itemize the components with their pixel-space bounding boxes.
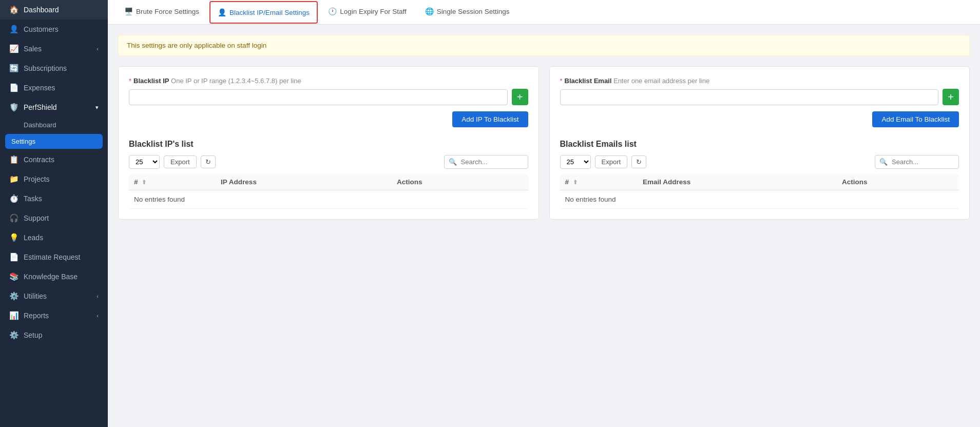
sidebar-item-knowledge-base[interactable]: 📚 Knowledge Base	[0, 267, 108, 286]
sidebar-item-utilities[interactable]: ⚙️ Utilities ‹	[0, 286, 108, 306]
sidebar-item-label: Customers	[24, 25, 59, 33]
blacklist-email-list-section: Blacklist Emails list 25 50 100 Export ↻…	[560, 140, 959, 209]
blacklist-email-hint: Enter one email address per line	[613, 77, 709, 85]
sidebar-item-label: Tasks	[24, 195, 42, 203]
search-icon-email: 🔍	[875, 156, 892, 168]
sidebar-item-estimate-request[interactable]: 📄 Estimate Request	[0, 247, 108, 267]
sidebar-item-label: Dashboard	[24, 6, 59, 14]
table-row-no-entries-ip: No entries found	[129, 190, 528, 209]
knowledge-base-icon: 📚	[9, 272, 18, 281]
blacklist-email-table: # ⬆ Email Address Actions	[560, 174, 959, 209]
sort-icon-num-email: ⬆	[573, 179, 578, 185]
blacklist-email-field-label: *Blacklist Email Enter one email address…	[560, 77, 959, 85]
blacklist-tab-icon: 👤	[218, 8, 226, 16]
blacklist-ip-input[interactable]	[129, 89, 508, 105]
add-email-to-blacklist-button[interactable]: Add Email To Blacklist	[872, 111, 959, 127]
sidebar-item-support[interactable]: 🎧 Support	[0, 208, 108, 228]
main-content: 🖥️ Brute Force Settings 👤 Blacklist IP/E…	[108, 0, 980, 427]
blacklist-email-page-size[interactable]: 25 50 100	[560, 155, 591, 169]
sidebar-item-setup[interactable]: ⚙️ Setup	[0, 325, 108, 345]
col-num-ip[interactable]: # ⬆	[129, 174, 216, 190]
customers-icon: 👤	[9, 25, 18, 34]
sidebar-item-label: Reports	[24, 312, 49, 320]
utilities-icon: ⚙️	[9, 292, 18, 301]
tab-label: Brute Force Settings	[136, 8, 199, 15]
blacklist-ip-refresh-button[interactable]: ↻	[201, 156, 216, 168]
chevron-left-icon-utilities: ‹	[97, 293, 99, 299]
required-asterisk-email: *	[560, 77, 563, 85]
col-actions-ip: Actions	[392, 174, 528, 190]
blacklist-ip-export-button[interactable]: Export	[164, 156, 197, 168]
tab-brute-force[interactable]: 🖥️ Brute Force Settings	[116, 0, 207, 24]
sidebar-item-projects[interactable]: 📁 Projects	[0, 169, 108, 189]
blacklist-ip-panel: *Blacklist IP One IP or IP range (1.2.3.…	[118, 66, 539, 220]
brute-force-tab-icon: 🖥️	[124, 7, 133, 15]
estimate-icon: 📄	[9, 253, 18, 262]
add-ip-plus-button[interactable]: +	[512, 89, 528, 105]
sidebar-item-sales[interactable]: 📈 Sales ‹	[0, 39, 108, 59]
subitem-label: Dashboard	[24, 121, 56, 129]
content-area: This settings are only applicable on sta…	[108, 25, 980, 230]
blacklist-email-search-input[interactable]	[892, 156, 958, 168]
blacklist-ip-table: # ⬆ IP Address Actions	[129, 174, 528, 209]
sidebar-item-tasks[interactable]: ⏱️ Tasks	[0, 189, 108, 208]
sidebar-item-label: Knowledge Base	[24, 273, 78, 281]
tab-single-session[interactable]: 🌐 Single Session Settings	[417, 0, 518, 24]
no-entries-text-email: No entries found	[565, 196, 616, 203]
sidebar-item-label: PerfShield	[24, 103, 57, 111]
support-icon: 🎧	[9, 214, 18, 223]
blacklist-ip-input-row: +	[129, 89, 528, 105]
tab-label: Single Session Settings	[437, 8, 510, 15]
blacklist-email-refresh-button[interactable]: ↻	[631, 156, 646, 168]
sidebar-item-label: Contracts	[24, 156, 54, 164]
add-ip-to-blacklist-button[interactable]: Add IP To Blacklist	[452, 111, 528, 127]
blacklist-ip-hint: One IP or IP range (1.2.3.4~5.6.7.8) per…	[171, 77, 301, 85]
sidebar-item-leads[interactable]: 💡 Leads	[0, 228, 108, 247]
blacklist-email-input[interactable]	[560, 89, 939, 105]
subscriptions-icon: 🔄	[9, 64, 18, 73]
col-actions-email: Actions	[837, 174, 959, 190]
sidebar-item-label: Estimate Request	[24, 253, 81, 261]
projects-icon: 📁	[9, 174, 18, 184]
sidebar-item-label: Support	[24, 214, 49, 222]
tab-blacklist-ip-email[interactable]: 👤 Blacklist IP/Email Settings	[209, 1, 318, 24]
tab-label: Blacklist IP/Email Settings	[229, 9, 310, 16]
sidebar-item-dashboard[interactable]: 🏠 Dashboard	[0, 0, 108, 20]
contracts-icon: 📋	[9, 155, 18, 164]
info-banner-text: This settings are only applicable on sta…	[127, 42, 266, 49]
perfshield-icon: 🛡️	[9, 103, 18, 112]
tabs-bar: 🖥️ Brute Force Settings 👤 Blacklist IP/E…	[108, 0, 980, 25]
sidebar-item-contracts[interactable]: 📋 Contracts	[0, 150, 108, 169]
sidebar-item-customers[interactable]: 👤 Customers	[0, 20, 108, 39]
dashboard-icon: 🏠	[9, 5, 18, 14]
sidebar: 🏠 Dashboard 👤 Customers 📈 Sales ‹ 🔄 Subs…	[0, 0, 108, 427]
blacklist-ip-list-controls: 25 50 100 Export ↻ 🔍	[129, 155, 528, 169]
blacklist-ip-page-size[interactable]: 25 50 100	[129, 155, 160, 169]
blacklist-email-export-button[interactable]: Export	[595, 156, 628, 168]
add-email-button-row: Add Email To Blacklist	[560, 111, 959, 131]
login-expiry-tab-icon: 🕐	[328, 7, 337, 15]
reports-icon: 📊	[9, 311, 18, 320]
leads-icon: 💡	[9, 233, 18, 242]
sidebar-item-label: Projects	[24, 175, 50, 183]
sidebar-subitem-perfshield-dashboard[interactable]: Dashboard	[0, 117, 108, 133]
sidebar-item-expenses[interactable]: 📄 Expenses	[0, 78, 108, 98]
col-ip-address: IP Address	[216, 174, 392, 190]
sidebar-item-label: Expenses	[24, 84, 55, 92]
add-email-plus-button[interactable]: +	[943, 89, 959, 105]
blacklist-email-list-controls: 25 50 100 Export ↻ 🔍	[560, 155, 959, 169]
sidebar-item-subscriptions[interactable]: 🔄 Subscriptions	[0, 59, 108, 78]
col-num-email[interactable]: # ⬆	[560, 174, 638, 190]
blacklist-email-panel: *Blacklist Email Enter one email address…	[549, 66, 970, 220]
required-asterisk-ip: *	[129, 77, 131, 85]
sidebar-subitem-perfshield-settings[interactable]: Settings	[5, 134, 103, 149]
tab-login-expiry[interactable]: 🕐 Login Expiry For Staff	[320, 0, 415, 24]
add-ip-button-row: Add IP To Blacklist	[129, 111, 528, 131]
setup-icon: ⚙️	[9, 331, 18, 340]
blacklist-ip-field-label: *Blacklist IP One IP or IP range (1.2.3.…	[129, 77, 528, 85]
blacklist-ip-search-box: 🔍	[444, 155, 528, 169]
blacklist-ip-search-input[interactable]	[461, 156, 528, 168]
info-banner: This settings are only applicable on sta…	[118, 35, 970, 56]
sidebar-item-reports[interactable]: 📊 Reports ‹	[0, 306, 108, 325]
sidebar-item-perfshield[interactable]: 🛡️ PerfShield ▾	[0, 98, 108, 117]
